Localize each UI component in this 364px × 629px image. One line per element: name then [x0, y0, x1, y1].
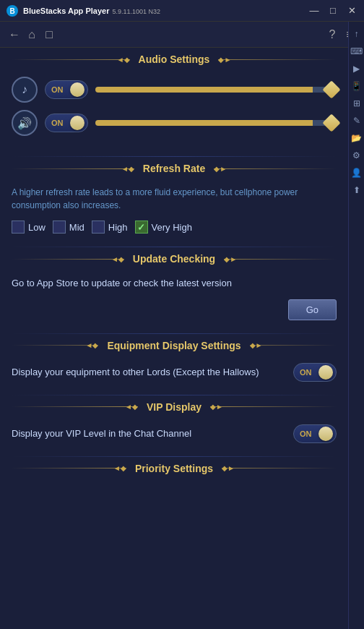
audio-settings-body: ♪ ON 🔊 ON: [0, 71, 348, 155]
refresh-checkbox-low[interactable]: [12, 221, 25, 234]
vip-right-diamond: ◆►: [210, 403, 223, 411]
svg-text:B: B: [9, 7, 14, 15]
refresh-option-very-high: Very High: [135, 221, 192, 234]
equipment-display-header: ◄◆ Equipment Display Settings ◆►: [0, 334, 348, 357]
sound-icon: 🔊: [12, 110, 38, 136]
sidebar-icon-1[interactable]: ↑: [350, 27, 363, 40]
sound-row: 🔊 ON: [12, 110, 337, 136]
sidebar-icon-10[interactable]: ⬆: [350, 184, 363, 197]
equipment-display-body: Display your equipment to other Lords (E…: [0, 357, 348, 393]
left-diamond-icon: ◄◆: [117, 56, 130, 64]
equipment-left-diamond: ◄◆: [86, 341, 99, 349]
close-button[interactable]: ✕: [345, 5, 358, 16]
vip-description: Display your VIP Level in the Chat Chann…: [12, 427, 285, 441]
priority-settings-header: ◄◆ Priority Settings ◆►: [0, 457, 348, 480]
refresh-right-diamond: ◆►: [214, 165, 227, 173]
app-version: 5.9.11.1001 N32: [112, 8, 160, 15]
refresh-label-very-high: Very High: [152, 222, 192, 233]
refresh-label-high: High: [108, 222, 128, 233]
equipment-toggle-label: ON: [300, 368, 312, 377]
sound-toggle-label: ON: [51, 119, 64, 127]
refresh-checkbox-mid[interactable]: [53, 221, 66, 234]
nav-home-button[interactable]: ⌂: [23, 28, 40, 41]
audio-settings-header: ◄◆ Audio Settings ◆►: [0, 48, 348, 71]
vip-toggle-label: ON: [300, 429, 312, 438]
refresh-info-text: A higher refresh rate leads to a more fl…: [12, 186, 337, 212]
music-toggle[interactable]: ON: [45, 80, 88, 99]
right-sidebar: ↑ ⌨ ▶ 📱 ⊞ ✎ 📂 ⚙ 👤 ⬆: [348, 22, 364, 629]
refresh-checkbox-very-high[interactable]: [135, 221, 148, 234]
audio-settings-section: ◄◆ Audio Settings ◆► ♪ ON: [0, 48, 348, 155]
equipment-description: Display your equipment to other Lords (E…: [12, 365, 285, 380]
equipment-right-diamond: ◆►: [250, 341, 263, 349]
update-checking-title: Update Checking: [124, 253, 224, 265]
nav-window-button[interactable]: □: [40, 28, 58, 41]
refresh-left-diamond: ◄◆: [121, 165, 134, 173]
refresh-checkbox-high[interactable]: [92, 221, 105, 234]
music-slider[interactable]: [95, 80, 337, 99]
update-left-diamond: ◄◆: [111, 255, 124, 263]
music-toggle-label: ON: [51, 85, 64, 94]
priority-left-diamond: ◄◆: [113, 464, 126, 472]
vip-display-title: VIP Display: [138, 401, 210, 413]
update-checking-body: Go to App Store to update or check the l…: [0, 270, 348, 332]
update-description: Go to App Store to update or check the l…: [12, 276, 337, 291]
sound-slider-thumb: [322, 114, 340, 132]
nav-bar: ← ⌂ □ ? ≡: [0, 22, 364, 48]
window-controls: — □ ✕: [308, 5, 358, 16]
refresh-rate-header: ◄◆ Refresh Rate ◆►: [0, 157, 348, 180]
sidebar-icon-3[interactable]: ▶: [350, 62, 363, 75]
vip-toggle[interactable]: ON: [293, 424, 337, 443]
priority-settings-title: Priority Settings: [126, 463, 222, 474]
music-slider-track: [95, 87, 337, 93]
refresh-label-mid: Mid: [69, 222, 84, 233]
main-content: ◄◆ Audio Settings ◆► ♪ ON: [0, 48, 348, 629]
vip-display-section: ◄◆ VIP Display ◆► Display your VIP Level…: [0, 395, 348, 455]
refresh-label-low: Low: [28, 222, 46, 233]
refresh-rate-body: A higher refresh rate leads to a more fl…: [0, 180, 348, 245]
sound-toggle-knob: [70, 116, 84, 130]
sound-slider[interactable]: [95, 114, 337, 132]
priority-settings-section: ◄◆ Priority Settings ◆►: [0, 457, 348, 480]
sound-toggle[interactable]: ON: [45, 114, 88, 132]
nav-help-button[interactable]: ?: [324, 28, 341, 41]
equipment-toggle-knob: [318, 365, 333, 380]
sound-slider-track: [95, 120, 337, 126]
music-slider-thumb: [322, 80, 340, 98]
vip-left-diamond: ◄◆: [125, 403, 138, 411]
vip-display-header: ◄◆ VIP Display ◆►: [0, 395, 348, 419]
sidebar-icon-4[interactable]: 📱: [350, 80, 363, 93]
audio-settings-title: Audio Settings: [130, 54, 219, 65]
refresh-option-mid: Mid: [53, 221, 84, 234]
minimize-button[interactable]: —: [308, 5, 321, 16]
sidebar-icon-7[interactable]: 📂: [350, 132, 363, 145]
nav-back-button[interactable]: ←: [6, 28, 23, 41]
app-name: BlueStacks App Player: [23, 7, 109, 15]
refresh-rate-section: ◄◆ Refresh Rate ◆► A higher refresh rate…: [0, 157, 348, 245]
equipment-toggle-row: Display your equipment to other Lords (E…: [12, 363, 337, 382]
app-logo: B: [6, 4, 19, 17]
vip-display-body: Display your VIP Level in the Chat Chann…: [0, 419, 348, 455]
title-bar: B BlueStacks App Player 5.9.11.1001 N32 …: [0, 0, 364, 22]
go-button[interactable]: Go: [288, 299, 337, 320]
vip-toggle-row: Display your VIP Level in the Chat Chann…: [12, 424, 337, 443]
sidebar-icon-9[interactable]: 👤: [350, 166, 363, 179]
update-checking-header: ◄◆ Update Checking ◆►: [0, 247, 348, 270]
sidebar-icon-8[interactable]: ⚙: [350, 149, 363, 162]
music-toggle-knob: [70, 82, 84, 97]
maximize-button[interactable]: □: [326, 5, 339, 16]
refresh-option-low: Low: [12, 221, 46, 234]
priority-right-diamond: ◆►: [222, 464, 235, 472]
sidebar-icon-6[interactable]: ✎: [350, 114, 363, 127]
equipment-toggle[interactable]: ON: [293, 363, 337, 382]
refresh-option-high: High: [92, 221, 128, 234]
equipment-display-section: ◄◆ Equipment Display Settings ◆► Display…: [0, 334, 348, 393]
update-right-diamond: ◆►: [224, 255, 237, 263]
refresh-rate-title: Refresh Rate: [134, 163, 214, 174]
music-row: ♪ ON: [12, 77, 337, 103]
refresh-options: Low Mid High Very High: [12, 221, 337, 234]
right-diamond-icon: ◆►: [218, 56, 231, 64]
equipment-display-title: Equipment Display Settings: [98, 340, 249, 351]
sidebar-icon-2[interactable]: ⌨: [350, 45, 363, 58]
sidebar-icon-5[interactable]: ⊞: [350, 97, 363, 110]
